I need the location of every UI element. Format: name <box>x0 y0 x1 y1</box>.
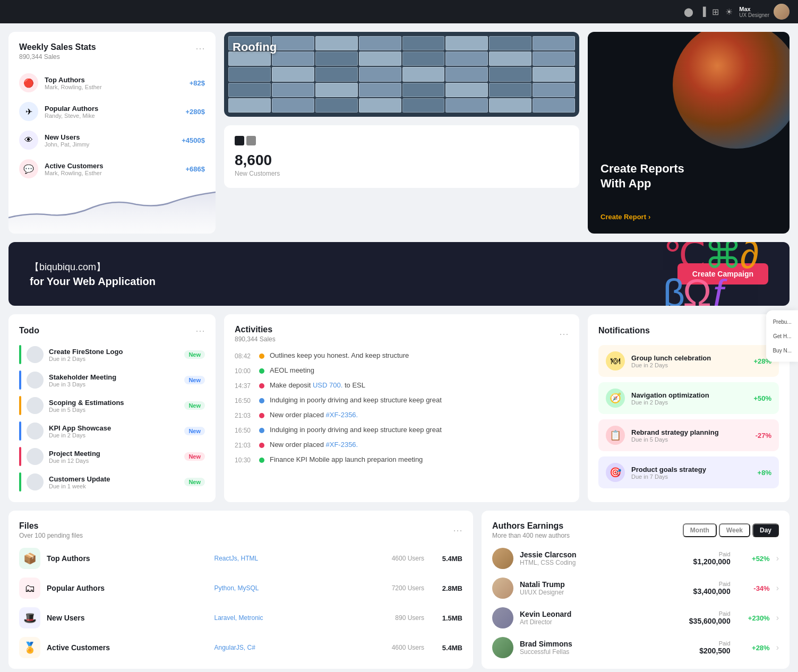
ae-info: Jessie Clarcson HTML, CSS Coding <box>520 550 687 566</box>
todo-item: Stakeholder Meeting Due in 3 Days New <box>19 371 205 390</box>
row-1: Weekly Sales Stats 890,344 Sales ⋯ 🔴 Top… <box>8 32 790 234</box>
notif-icon: 🎯 <box>606 463 625 482</box>
notif-item-product-goals: 🎯 Product goals strategy Due in 7 Days +… <box>598 456 779 488</box>
todo-info: Scoping & Estimations Due in 5 Days <box>49 399 179 413</box>
ae-info: Brad Simmons Successful Fellas <box>520 640 693 656</box>
todo-avatar <box>27 473 44 490</box>
todo-stripe <box>19 345 21 364</box>
notif-icon: 🍽 <box>606 351 625 371</box>
files-card: Files Over 100 pending files ⋯ 📦 Top Aut… <box>8 511 473 669</box>
cr-title: Create Reports With App <box>600 161 777 192</box>
ae-arrow-icon[interactable]: › <box>776 613 779 623</box>
deco-text: ℃⌘∂ βΩƒ <box>663 242 757 306</box>
act-dot <box>259 368 264 374</box>
ae-change: +230% <box>743 614 770 622</box>
act-dot <box>259 443 264 448</box>
stat-item-popular-authors: ✈ Popular Authors Randy, Steve, Mike +28… <box>19 102 205 121</box>
grid-icon[interactable]: ⊞ <box>712 7 719 17</box>
campaign-subtitle: for Your Web Application <box>30 275 656 288</box>
files-more-icon[interactable]: ⋯ <box>453 524 462 536</box>
navbar-icons: ⬤ ▐ ⊞ ☀ Max UX Designer <box>684 4 790 20</box>
new-users-names: John, Pat, Jimmy <box>45 141 175 148</box>
nc-sq-dark <box>235 136 244 145</box>
activity-list: 08:42 Outlines keep you honest. And keep… <box>235 351 569 464</box>
tab-week[interactable]: Week <box>719 523 750 537</box>
tab-month[interactable]: Month <box>683 523 717 537</box>
files-list: 📦 Top Authors ReactJs, HTML 4600 Users 5… <box>19 548 462 658</box>
side-panel-item-geth[interactable]: Get H... <box>770 331 794 341</box>
user-name: Max <box>739 6 769 12</box>
roofing-col: Roofing 8,600 New Customers <box>224 32 579 234</box>
activity-item: 16:50 Indulging in poorly driving and ke… <box>235 426 569 434</box>
new-customers-label: New Customers <box>235 170 569 177</box>
create-report-link[interactable]: Create Report › <box>600 213 777 221</box>
todo-stripe <box>19 447 21 466</box>
ae-avatar <box>492 607 513 628</box>
new-users-icon: 👁 <box>19 131 38 150</box>
todo-avatar <box>27 423 44 440</box>
roofing-title: Roofing <box>233 40 277 54</box>
file-icon: 🗂 <box>19 578 40 599</box>
notif-value: +8% <box>758 469 771 477</box>
notif-value: -27% <box>756 432 771 440</box>
top-authors-label: Top Authors <box>45 76 183 84</box>
deposit-link[interactable]: USD 700. <box>313 381 342 389</box>
act-dot <box>259 413 264 418</box>
active-customers-label: Active Customers <box>45 162 179 170</box>
files-title: Files <box>19 521 83 531</box>
ae-arrow-icon[interactable]: › <box>776 554 779 563</box>
todo-badge: New <box>184 478 205 486</box>
campaign-title: 【biqubiqu.com】 <box>30 261 656 273</box>
todo-item: Project Meeting Due in 12 Days New <box>19 447 205 466</box>
campaign-text: 【biqubiqu.com】 for Your Web Application <box>30 261 656 288</box>
ae-subtitle: More than 400 new authors <box>492 532 570 539</box>
side-panel-item-buyn[interactable]: Buy N... <box>770 346 794 356</box>
activity-item: 10:30 Finance KPI Mobile app launch prep… <box>235 455 569 464</box>
file-item-top-authors: 📦 Top Authors ReactJs, HTML 4600 Users 5… <box>19 548 462 569</box>
top-authors-names: Mark, Rowling, Esther <box>45 84 183 90</box>
todo-item: KPI App Showcase Due in 2 Days New <box>19 421 205 441</box>
stat-item-top-authors: 🔴 Top Authors Mark, Rowling, Esther +82$ <box>19 73 205 92</box>
todo-stripe <box>19 396 21 415</box>
tab-day[interactable]: Day <box>752 523 779 537</box>
activity-item: 08:42 Outlines keep you honest. And keep… <box>235 351 569 360</box>
ae-arrow-icon[interactable]: › <box>776 643 779 652</box>
file-item-popular-authors: 🗂 Popular Authors Python, MySQL 7200 Use… <box>19 578 462 599</box>
ae-arrow-icon[interactable]: › <box>776 583 779 593</box>
notif-info: Navigation optimization Due in 2 Days <box>631 391 747 406</box>
notif-item-navigation: 🧭 Navigation optimization Due in 2 Days … <box>598 382 779 414</box>
navbar-user: Max UX Designer <box>739 4 790 20</box>
side-panel-item-prebu[interactable]: Prebu... <box>770 317 794 327</box>
ae-item-natali: Natali Trump UI/UX Designer Paid $3,400,… <box>492 578 779 599</box>
ae-title: Authors Earnings <box>492 521 570 531</box>
order-link[interactable]: #XF-2356. <box>326 411 358 419</box>
new-users-value: +4500$ <box>182 136 205 144</box>
create-reports-card: Create Reports With App Create Report › <box>588 32 790 234</box>
todo-more-icon[interactable]: ⋯ <box>195 325 205 337</box>
act-dot <box>259 354 264 359</box>
weekly-sales-title: Weekly Sales Stats <box>19 42 205 52</box>
avatar <box>774 4 790 20</box>
more-options-icon[interactable]: ⋯ <box>195 42 205 54</box>
notif-item-rebrand: 📋 Rebrand strategy planning Due in 5 Day… <box>598 419 779 451</box>
brightness-icon[interactable]: ☀ <box>725 7 733 17</box>
act-dot <box>259 383 264 389</box>
todo-info: Project Meeting Due in 12 Days <box>49 450 179 464</box>
top-authors-info: Top Authors Mark, Rowling, Esther <box>45 76 183 90</box>
todo-item: Scoping & Estimations Due in 5 Days New <box>19 396 205 415</box>
todo-avatar <box>27 448 44 465</box>
order-link-2[interactable]: #XF-2356. <box>326 441 358 449</box>
main-container: Weekly Sales Stats 890,344 Sales ⋯ 🔴 Top… <box>0 23 798 672</box>
activity-item: 21:03 New order placed #XF-2356. <box>235 411 569 419</box>
search-icon[interactable]: ⬤ <box>684 7 693 17</box>
todo-info: Customers Update Due in 1 week <box>49 475 179 489</box>
notifications-card: Notifications ⋯ 🍽 Group lunch celebratio… <box>588 314 790 502</box>
todo-avatar <box>27 346 44 363</box>
activities-more-icon[interactable]: ⋯ <box>559 328 569 340</box>
ae-item-kevin: Kevin Leonard Art Director Paid $35,600,… <box>492 607 779 628</box>
todo-badge: New <box>184 452 205 461</box>
todo-avatar <box>27 397 44 414</box>
todo-stripe <box>19 421 21 441</box>
weekly-sales-subtitle: 890,344 Sales <box>19 53 205 61</box>
user-role: UX Designer <box>739 12 769 18</box>
